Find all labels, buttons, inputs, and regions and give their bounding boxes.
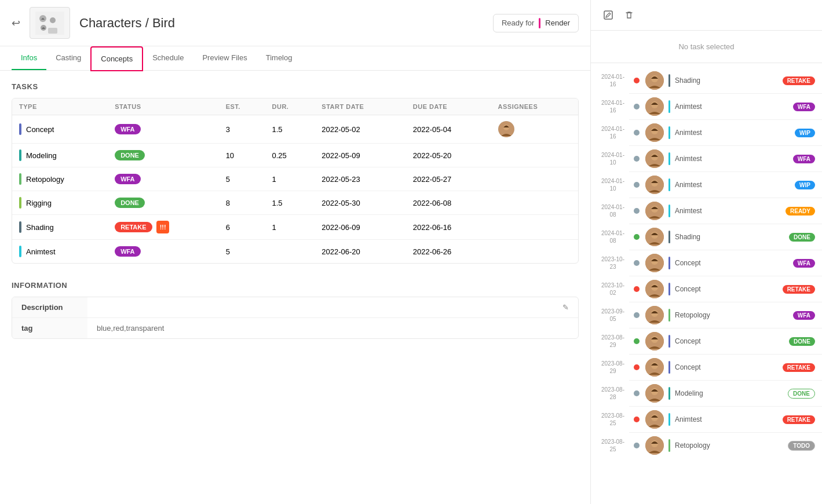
task-due-cell: 2022-05-20 (406, 144, 491, 167)
timeline-dot (634, 78, 640, 83)
table-row[interactable]: Retopology WFA 5 1 2022-05-23 2022-05-27 (12, 167, 578, 191)
edit-task-button[interactable] (600, 7, 616, 23)
list-item[interactable]: 2024-01-10 Animtest WIP (591, 172, 822, 198)
ready-for-button[interactable]: Ready for Render (493, 14, 579, 32)
list-item[interactable]: 2023-08-29 Concept DONE (591, 328, 822, 354)
delete-task-button[interactable] (621, 7, 637, 23)
task-assignees-cell (491, 240, 578, 264)
list-item[interactable]: 2024-01-16 Animtest WIP (591, 120, 822, 145)
task-color-bar (19, 123, 21, 135)
info-row-tag: tag blue,red,transparent (12, 318, 578, 339)
list-item[interactable]: 2023-08-25 Animtest RETAKE (591, 407, 822, 432)
timeline-dot (634, 234, 640, 240)
table-row[interactable]: Rigging DONE 8 1.5 2022-05-30 2022-06-08 (12, 191, 578, 215)
timeline-dot-area (633, 208, 641, 214)
status-badge: WFA (115, 246, 140, 257)
tab-preview-files[interactable]: Preview Files (193, 46, 256, 70)
timeline-dot (634, 208, 640, 214)
list-item[interactable]: 2024-01-16 Shading RETAKE (591, 68, 822, 93)
task-dur-cell (265, 240, 315, 264)
col-assignees: ASSIGNEES (491, 98, 578, 115)
tab-casting[interactable]: Casting (46, 46, 90, 70)
avatar (645, 149, 664, 168)
col-type: TYPE (12, 98, 108, 115)
timeline-task-bar (668, 100, 670, 113)
timeline-dot (634, 338, 640, 344)
status-badge: RETAKE (115, 222, 152, 232)
task-dur-cell: 1 (265, 167, 315, 191)
timeline-dot (634, 182, 640, 188)
status-badge: DONE (115, 198, 145, 208)
tab-timelog[interactable]: Timelog (257, 46, 302, 70)
task-due-cell: 2022-06-16 (406, 215, 491, 240)
timeline-dot-area (633, 78, 641, 83)
status-badge: WFA (115, 174, 140, 184)
information-section-title: INFORMATION (12, 281, 579, 290)
timeline-task-name: Retopology (675, 311, 788, 319)
timeline-date-area: 2023-08-25 (598, 412, 628, 427)
priority-icon: !!! (156, 221, 169, 233)
timeline-date: 2023-08-29 (601, 360, 624, 375)
information-section: Description ✎ tag blue,red,transparent (12, 297, 579, 339)
list-item[interactable]: 2024-01-08 Shading DONE (591, 224, 822, 250)
right-panel-header (591, 0, 822, 31)
timeline-dot-area (633, 260, 641, 266)
no-task-message: No task selected (591, 31, 822, 63)
list-item[interactable]: 2024-01-08 Animtest READY (591, 198, 822, 224)
timeline-date: 2024-01-08 (601, 229, 624, 244)
list-item[interactable]: 2023-08-29 Concept RETAKE (591, 355, 822, 380)
timeline-task-bar (668, 283, 670, 295)
back-button[interactable]: ↩ (12, 17, 20, 30)
task-status-cell: WFA (108, 167, 219, 191)
avatar (645, 410, 664, 429)
task-name: Retopology (26, 175, 64, 184)
avatar (645, 176, 664, 194)
status-badge: WIP (795, 181, 815, 189)
timeline-dot (634, 390, 640, 396)
svg-rect-4 (48, 28, 57, 34)
list-item[interactable]: 2023-08-28 Modeling DONE (591, 381, 822, 406)
table-row[interactable]: Concept WFA 3 1.5 2022-05-02 2022-05-04 (12, 115, 578, 144)
task-est-cell: 5 (219, 240, 265, 264)
task-est-cell: 6 (219, 215, 265, 240)
edit-icon[interactable]: ✎ (562, 303, 569, 312)
list-item[interactable]: 2023-10-23 Concept WFA (591, 250, 822, 276)
timeline-date-area: 2024-01-16 (598, 73, 628, 88)
timeline-date-area: 2024-01-10 (598, 151, 628, 166)
tab-concepts[interactable]: Concepts (90, 46, 143, 71)
timeline-date: 2023-09-05 (601, 308, 624, 323)
table-row[interactable]: Animtest WFA 5 2022-06-20 2022-06-26 (12, 240, 578, 264)
table-row[interactable]: Shading RETAKE !!! 6 1 2022-06-09 2022-0… (12, 215, 578, 240)
avatar (645, 123, 664, 142)
timeline-task-name: Modeling (675, 389, 783, 397)
task-name: Modeling (26, 151, 57, 160)
task-start-cell: 2022-06-09 (315, 215, 405, 240)
list-item[interactable]: 2024-01-10 Animtest WFA (591, 146, 822, 171)
task-type-cell: Shading (19, 221, 101, 233)
task-type-cell: Retopology (19, 173, 101, 185)
status-badge: RETAKE (783, 76, 815, 85)
list-item[interactable]: 2023-10-02 Concept RETAKE (591, 276, 822, 302)
thumbnail-image (30, 7, 70, 39)
status-badge: RETAKE (783, 363, 815, 372)
timeline-task-bar (668, 204, 670, 217)
status-badge: DONE (115, 150, 145, 160)
task-status-cell: DONE (108, 144, 219, 167)
task-assignees-cell (491, 167, 578, 191)
list-item[interactable]: 2023-08-25 Retopology TODO (591, 433, 822, 458)
header: ↩ Characters / Bird Ready for Render (0, 0, 590, 46)
timeline-dot-area (633, 443, 641, 448)
list-item[interactable]: 2023-09-05 Retopology WFA (591, 302, 822, 328)
list-item[interactable]: 2024-01-16 Animtest WFA (591, 94, 822, 119)
tab-infos[interactable]: Infos (12, 46, 46, 70)
task-start-cell: 2022-05-02 (315, 115, 405, 144)
timeline-dot-area (633, 417, 641, 422)
info-table: Description ✎ tag blue,red,transparent (12, 297, 578, 338)
tab-schedule[interactable]: Schedule (143, 46, 193, 70)
table-row[interactable]: Modeling DONE 10 0.25 2022-05-09 2022-05… (12, 144, 578, 167)
task-color-bar (19, 149, 21, 161)
timeline-task-name: Retopology (675, 441, 783, 450)
timeline-task-bar (668, 178, 670, 191)
task-start-cell: 2022-06-20 (315, 240, 405, 264)
timeline-dot (634, 156, 640, 162)
